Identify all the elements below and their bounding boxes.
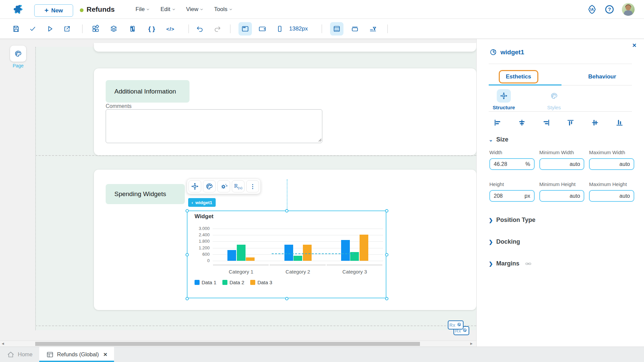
layout-top-button[interactable]: [330, 22, 343, 36]
align-right-button[interactable]: [539, 115, 554, 130]
x-axis-label: Category 2: [274, 269, 321, 275]
widget-move-button[interactable]: [189, 180, 201, 192]
scroll-left-icon[interactable]: ◀: [2, 342, 4, 345]
braces-button[interactable]: { }: [145, 22, 158, 36]
widget-kebab-button[interactable]: ⋮: [246, 180, 259, 192]
selected-widget-chip[interactable]: ‹ widget1: [188, 198, 216, 207]
field-maximum-width: Maximum Widthauto: [589, 149, 634, 170]
comments-textarea[interactable]: [106, 109, 322, 143]
bar-data1-3: [341, 240, 350, 261]
legend-swatch: [250, 280, 255, 285]
selection-handle[interactable]: [285, 209, 288, 213]
selection-handle[interactable]: [385, 209, 388, 213]
menu-bar: FileEditViewTools: [136, 0, 232, 19]
close-tab-icon[interactable]: ✕: [103, 352, 108, 358]
desktop-button[interactable]: [238, 22, 252, 36]
redo-button[interactable]: [211, 22, 224, 36]
selected-widget1-chart[interactable]: Widget3.0002.4001.8001.2006000Category 1…: [187, 210, 386, 298]
card-partial-top[interactable]: [94, 43, 476, 52]
panel-tabs: EstheticsBehaviour: [477, 68, 644, 85]
active-tab-underline: [489, 84, 561, 85]
menu-file[interactable]: File: [136, 6, 150, 13]
sliders-button[interactable]: [126, 22, 139, 36]
viewport-width-label: 1382px: [289, 25, 308, 32]
height-input[interactable]: 208px: [489, 190, 535, 202]
scroll-right-icon[interactable]: ▶: [470, 342, 473, 345]
user-avatar[interactable]: [622, 3, 635, 16]
app-logo-icon[interactable]: [11, 3, 26, 17]
play-button[interactable]: [43, 22, 57, 36]
align-left-button[interactable]: [490, 115, 505, 130]
selection-handle[interactable]: [185, 253, 189, 256]
width-input[interactable]: 46.28%: [489, 158, 535, 170]
layers-button[interactable]: [107, 22, 120, 36]
align-bottom-button[interactable]: [612, 115, 627, 130]
drag-guide-dashed: [272, 253, 354, 254]
close-panel-icon[interactable]: ✕: [632, 42, 637, 49]
section-margins[interactable]: ❯Margins: [489, 260, 532, 267]
field-label: Minimum Height: [539, 181, 585, 187]
ia-assistant-icon[interactable]: IA: [587, 4, 597, 14]
selection-handle[interactable]: [185, 297, 189, 300]
scrollbar-thumb[interactable]: [35, 342, 420, 346]
menu-tools[interactable]: Tools: [214, 6, 232, 13]
minimum-width-input[interactable]: auto: [539, 158, 585, 170]
tab-behaviour[interactable]: Behaviour: [560, 68, 644, 85]
design-canvas[interactable]: Additional Information Comments Spending…: [0, 39, 476, 341]
form-icon: [46, 351, 54, 359]
export-icon: [63, 25, 71, 33]
align-middle-h-button[interactable]: [588, 115, 602, 130]
x-axis-segment: [327, 264, 382, 266]
palette-icon: [14, 50, 22, 58]
card-additional-information[interactable]: Additional Information Comments: [94, 68, 476, 155]
menu-edit[interactable]: Edit: [160, 6, 175, 13]
code-icon: </>: [166, 26, 175, 32]
rx-badge-front[interactable]: Rx: [448, 320, 464, 329]
undo-button[interactable]: [193, 22, 207, 36]
selection-handle[interactable]: [285, 297, 288, 300]
horizontal-scrollbar[interactable]: ◀ ▶: [0, 341, 476, 347]
align-center-h-button[interactable]: [515, 115, 529, 130]
subtab-structure[interactable]: Structure: [493, 89, 515, 110]
menu-view[interactable]: View: [186, 6, 204, 13]
frame-button[interactable]: [348, 22, 362, 36]
minimum-height-input[interactable]: auto: [539, 190, 585, 202]
spiral-icon: [457, 322, 462, 328]
widgets-button[interactable]: [89, 22, 102, 36]
tab-esthetics[interactable]: Esthetics: [477, 68, 560, 85]
phone-button[interactable]: [273, 22, 286, 36]
funnel-button[interactable]: [366, 22, 380, 36]
maximum-height-input[interactable]: auto: [589, 190, 634, 202]
code-button[interactable]: </>: [164, 22, 177, 36]
section-position-type[interactable]: ❯Position Type: [489, 217, 535, 224]
help-icon[interactable]: ?: [604, 4, 614, 14]
save-button[interactable]: [9, 22, 23, 36]
subtab-styles[interactable]: Styles: [547, 89, 561, 110]
align-center-h-icon: [518, 119, 526, 127]
toolbar-divider: [230, 24, 230, 33]
bar-data2-1: [237, 245, 246, 261]
bottom-tab-home[interactable]: Home: [0, 347, 39, 362]
widget-rfx-button[interactable]: R(x): [232, 180, 245, 192]
tablet-button[interactable]: [256, 22, 269, 36]
size-section-header[interactable]: ⌄ Size: [489, 136, 508, 143]
selection-handle[interactable]: [385, 253, 388, 256]
field-value: 46.28: [494, 161, 507, 167]
selection-handle[interactable]: [185, 209, 189, 213]
section-label: Margins: [496, 260, 520, 267]
align-top-button[interactable]: [563, 115, 578, 130]
widget-gear-spark-button[interactable]: [217, 180, 230, 192]
maximum-width-input[interactable]: auto: [589, 158, 634, 170]
new-button[interactable]: + New: [34, 4, 73, 17]
selection-handle[interactable]: [385, 297, 388, 300]
bar-chart: Widget3.0002.4001.8001.2006000Category 1…: [187, 211, 386, 298]
page-palette-button[interactable]: [10, 46, 26, 62]
check-button[interactable]: [26, 22, 40, 36]
export-button[interactable]: [60, 22, 74, 36]
section-docking[interactable]: ❯Docking: [489, 238, 520, 245]
bottom-tab-refunds-global-[interactable]: Refunds (Global)✕: [39, 347, 114, 362]
avatar-head: [626, 5, 631, 10]
widget-palette-button[interactable]: [203, 180, 216, 192]
bar-data2-2: [293, 256, 302, 261]
card-spending-widgets[interactable]: Spending Widgets R(x)⋮ ‹ widget1 Widget3…: [94, 170, 476, 310]
